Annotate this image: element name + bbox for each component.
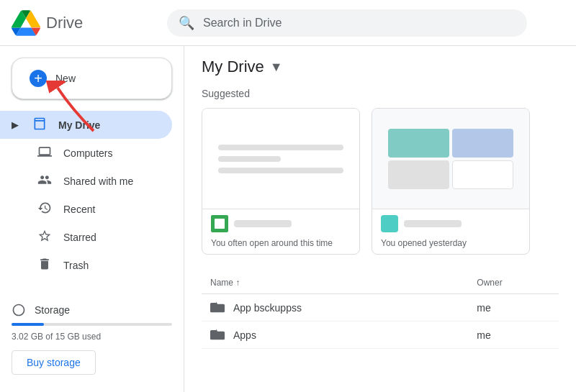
sidebar-item-label: My Drive <box>58 119 100 131</box>
my-drive-icon <box>32 117 47 133</box>
folder-cell-content: App bsckuppss <box>210 300 423 315</box>
storage-text: Storage <box>35 304 70 316</box>
card-caption-2: You opened yesterday <box>372 238 529 254</box>
content-area: My Drive ▼ Suggested <box>184 46 576 392</box>
storage-icon <box>12 303 26 317</box>
table-header-row: Name ↑ Owner <box>202 272 559 294</box>
thumb-block-gray <box>388 160 449 189</box>
header: Drive 🔍 Search in Drive <box>0 0 576 46</box>
logo-area: Drive <box>12 9 156 37</box>
sidebar-item-shared-with-me[interactable]: Shared with me <box>0 167 172 195</box>
card-thumbnail-2 <box>372 109 529 209</box>
main-layout: + New ▶ My Drive Computers Shared with m… <box>0 46 576 392</box>
file-name-cell: App bsckuppss <box>202 294 432 322</box>
table-row[interactable]: App bsckuppss me <box>202 294 559 322</box>
sidebar-item-label: Trash <box>63 260 89 271</box>
owner-cell: me <box>468 322 559 349</box>
spacer-cell <box>432 322 469 349</box>
suggested-label: Suggested <box>202 88 559 99</box>
page-title: My Drive <box>202 58 264 76</box>
thumb-block-white <box>452 160 513 189</box>
sidebar-item-trash[interactable]: Trash <box>0 251 172 279</box>
sidebar-item-label: Shared with me <box>63 176 133 187</box>
suggested-card-1[interactable]: You often open around this time <box>202 108 360 255</box>
dropdown-arrow-icon[interactable]: ▼ <box>270 60 283 75</box>
name-header-text: Name <box>210 278 233 288</box>
card-label-placeholder <box>234 220 292 227</box>
storage-section: Storage 3.02 GB of 15 GB used Buy storag… <box>0 291 184 386</box>
storage-used-text: 3.02 GB of 15 GB used <box>12 332 172 342</box>
files-table: Name ↑ Owner App bsckuppss <box>202 272 559 349</box>
thumb-line <box>218 168 343 173</box>
color-icon <box>381 215 398 232</box>
shared-with-me-icon <box>37 173 52 189</box>
sidebar: + New ▶ My Drive Computers Shared with m… <box>0 46 184 392</box>
buy-storage-button[interactable]: Buy storage <box>12 350 96 375</box>
file-name: Apps <box>233 329 256 341</box>
folder-icon <box>210 327 225 342</box>
starred-icon <box>37 229 52 245</box>
owner-cell: me <box>468 294 559 322</box>
search-icon: 🔍 <box>179 15 194 31</box>
trash-icon <box>37 257 52 273</box>
sort-arrow-icon: ↑ <box>235 278 240 288</box>
sidebar-item-label: Starred <box>63 232 96 243</box>
logo-text: Drive <box>46 14 83 32</box>
new-button[interactable]: + New <box>12 58 172 99</box>
thumb-block-lightblue <box>452 129 513 158</box>
sidebar-item-my-drive[interactable]: ▶ My Drive <box>0 111 172 139</box>
new-plus-icon: + <box>30 70 47 87</box>
storage-bar-background <box>12 323 172 326</box>
computers-icon <box>37 145 52 161</box>
name-column-header: Name ↑ <box>202 272 432 294</box>
my-drive-header: My Drive ▼ <box>202 58 559 76</box>
card-footer-2 <box>372 209 529 238</box>
card-thumbnail-1 <box>202 109 359 209</box>
spacer-column-header <box>432 272 469 294</box>
recent-icon <box>37 201 52 217</box>
storage-bar-fill <box>12 323 44 326</box>
suggested-card-2[interactable]: You opened yesterday <box>372 108 530 255</box>
drive-logo-icon <box>12 9 40 37</box>
card-footer-1 <box>202 209 359 238</box>
owner-column-header: Owner <box>468 272 559 294</box>
spacer-cell <box>432 294 469 322</box>
thumb-line-short <box>218 156 281 162</box>
thumb-block-teal <box>388 129 449 158</box>
sheets-inner <box>215 219 225 229</box>
folder-icon <box>210 300 225 315</box>
folder-cell-content: Apps <box>210 327 423 342</box>
thumb-line <box>218 145 343 150</box>
sidebar-item-label: Recent <box>63 204 95 215</box>
chevron-icon: ▶ <box>12 120 18 130</box>
card-label-placeholder <box>404 220 462 227</box>
sidebar-item-computers[interactable]: Computers <box>0 139 172 167</box>
thumb-lines <box>218 145 343 173</box>
storage-label: Storage <box>12 303 172 317</box>
search-bar[interactable]: 🔍 Search in Drive <box>167 9 527 37</box>
new-button-label: New <box>55 73 76 84</box>
sheets-icon <box>211 215 228 232</box>
card-caption-1: You often open around this time <box>202 238 359 254</box>
sidebar-item-recent[interactable]: Recent <box>0 195 172 223</box>
file-name: App bsckuppss <box>233 302 302 314</box>
suggested-cards-row: You often open around this time You op <box>202 108 559 255</box>
sidebar-item-starred[interactable]: Starred <box>0 223 172 251</box>
table-row[interactable]: Apps me <box>202 322 559 349</box>
search-placeholder: Search in Drive <box>203 17 282 29</box>
sidebar-item-label: Computers <box>63 147 112 159</box>
file-name-cell: Apps <box>202 322 432 349</box>
thumb-block-grid <box>388 129 513 189</box>
